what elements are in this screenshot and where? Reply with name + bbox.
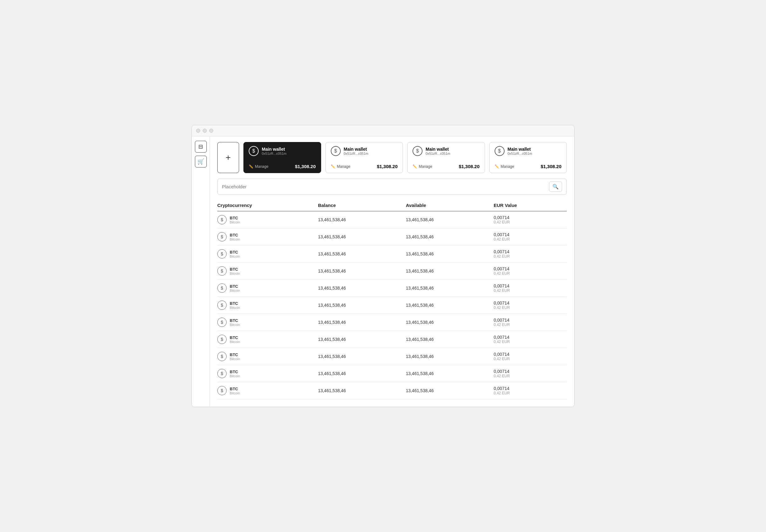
wallet-addr-0: 0x51zR...c051m [262,152,286,155]
col-header-balance: Balance [315,200,403,211]
crypto-subname-9: Bitcoin [230,374,240,378]
crypto-cell-9: $ BTC Bitcoin [217,369,312,378]
wallet-card-icon-2: $ [413,146,423,156]
crypto-icon-1: $ [217,232,227,241]
crypto-cell-1: $ BTC Bitcoin [217,232,312,241]
crypto-name-0: BTC [230,216,240,220]
wallet-balance-1: $1,308.20 [377,164,398,169]
td-eur-2: 0,00714 0,42 EUR [491,245,567,263]
crypto-cell-2: $ BTC Bitcoin [217,249,312,259]
crypto-cell-3: $ BTC Bitcoin [217,266,312,276]
wallet-info-3: Main wallet 0x51zR...c051m [508,147,532,155]
wallet-manage-3[interactable]: ✏️ Manage [495,164,514,169]
td-crypto-6: $ BTC Bitcoin [217,314,315,331]
td-available-6: 13,461,538,46 [403,314,491,331]
crypto-info-2: BTC Bitcoin [230,250,240,258]
table-row[interactable]: $ BTC Bitcoin 13,461,538,46 13,461,538,4… [217,365,567,382]
crypto-subname-8: Bitcoin [230,357,240,361]
wallet-addr-3: 0x51zR...c051m [508,152,532,155]
td-eur-4: 0,00714 0,42 EUR [491,280,567,297]
traffic-light-close[interactable] [196,129,200,133]
sidebar-icon-cart[interactable]: 🛒 [195,156,207,167]
wallet-manage-2[interactable]: ✏️ Manage [413,164,432,169]
table-row[interactable]: $ BTC Bitcoin 13,461,538,46 13,461,538,4… [217,348,567,365]
wallet-balance-2: $1,308.20 [459,164,480,169]
wallet-manage-0[interactable]: ✏️ Manage [249,164,268,169]
table-row[interactable]: $ BTC Bitcoin 13,461,538,46 13,461,538,4… [217,263,567,280]
td-crypto-0: $ BTC Bitcoin [217,211,315,228]
traffic-light-fullscreen[interactable] [209,129,213,133]
table-row[interactable]: $ BTC Bitcoin 13,461,538,46 13,461,538,4… [217,382,567,399]
search-input[interactable] [222,184,546,189]
wallet-card-icon-0: $ [249,146,259,156]
eur-main-0: 0,00714 [494,215,564,220]
eur-sub-2: 0,42 EUR [494,254,564,259]
table-row[interactable]: $ BTC Bitcoin 13,461,538,46 13,461,538,4… [217,331,567,348]
wallet-icon-glyph: ⊟ [198,143,203,150]
td-available-3: 13,461,538,46 [403,263,491,280]
pencil-icon-2: ✏️ [413,164,417,169]
td-available-2: 13,461,538,46 [403,245,491,263]
eur-main-3: 0,00714 [494,266,564,271]
table-row[interactable]: $ BTC Bitcoin 13,461,538,46 13,461,538,4… [217,245,567,263]
td-eur-10: 0,00714 0,42 EUR [491,382,567,399]
table-row[interactable]: $ BTC Bitcoin 13,461,538,46 13,461,538,4… [217,314,567,331]
wallet-card-bottom-0: ✏️ Manage $1,308.20 [249,164,316,169]
crypto-icon-2: $ [217,249,227,259]
td-balance-3: 13,461,538,46 [315,263,403,280]
crypto-subname-0: Bitcoin [230,220,240,224]
wallet-balance-0: $1,308.20 [295,164,316,169]
wallet-card-top-3: $ Main wallet 0x51zR...c051m [495,146,562,156]
td-eur-0: 0,00714 0,42 EUR [491,211,567,228]
manage-label-3: Manage [501,164,514,169]
td-crypto-3: $ BTC Bitcoin [217,263,315,280]
eur-main-5: 0,00714 [494,300,564,305]
crypto-subname-6: Bitcoin [230,323,240,327]
crypto-info-0: BTC Bitcoin [230,216,240,224]
crypto-subname-1: Bitcoin [230,237,240,241]
crypto-info-9: BTC Bitcoin [230,369,240,378]
crypto-subname-7: Bitcoin [230,340,240,344]
add-wallet-button[interactable]: + [217,142,239,173]
col-header-eur-value: EUR Value [491,200,567,211]
search-button[interactable]: 🔍 [549,181,562,192]
td-balance-2: 13,461,538,46 [315,245,403,263]
wallet-card-1[interactable]: $ Main wallet 0x51zR...c051m ✏️ Manage $… [325,142,403,173]
table-row[interactable]: $ BTC Bitcoin 13,461,538,46 13,461,538,4… [217,228,567,245]
traffic-light-minimize[interactable] [203,129,207,133]
table-container: Cryptocurrency Balance Available EUR Val… [217,200,567,399]
main-content: + $ Main wallet 0x51zR...c051m ✏️ Manage [210,136,574,407]
sidebar-icon-wallet[interactable]: ⊟ [195,141,207,153]
wallet-card-top-1: $ Main wallet 0x51zR...c051m [331,146,398,156]
td-balance-6: 13,461,538,46 [315,314,403,331]
td-available-10: 13,461,538,46 [403,382,491,399]
wallet-card-icon-1: $ [331,146,341,156]
td-balance-1: 13,461,538,46 [315,228,403,245]
table-row[interactable]: $ BTC Bitcoin 13,461,538,46 13,461,538,4… [217,280,567,297]
crypto-info-10: BTC Bitcoin [230,387,240,395]
td-crypto-2: $ BTC Bitcoin [217,245,315,263]
td-crypto-8: $ BTC Bitcoin [217,348,315,365]
window-body: ⊟ 🛒 + $ Main wallet 0x51zR...c051m [192,136,574,407]
wallet-info-0: Main wallet 0x51zR...c051m [262,147,286,155]
table-row[interactable]: $ BTC Bitcoin 13,461,538,46 13,461,538,4… [217,297,567,314]
wallet-manage-1[interactable]: ✏️ Manage [331,164,350,169]
wallet-addr-2: 0x51zR...c051m [426,152,450,155]
wallet-card-icon-3: $ [495,146,505,156]
td-available-0: 13,461,538,46 [403,211,491,228]
td-eur-6: 0,00714 0,42 EUR [491,314,567,331]
wallet-card-3[interactable]: $ Main wallet 0x51zR...c051m ✏️ Manage $… [489,142,567,173]
wallet-card-2[interactable]: $ Main wallet 0x51zR...c051m ✏️ Manage $… [407,142,485,173]
td-eur-1: 0,00714 0,42 EUR [491,228,567,245]
wallet-name-2: Main wallet [426,147,450,152]
eur-sub-1: 0,42 EUR [494,237,564,241]
td-eur-8: 0,00714 0,42 EUR [491,348,567,365]
td-eur-5: 0,00714 0,42 EUR [491,297,567,314]
wallet-balance-3: $1,308.20 [541,164,562,169]
table-row[interactable]: $ BTC Bitcoin 13,461,538,46 13,461,538,4… [217,211,567,228]
manage-label-2: Manage [419,164,432,169]
wallet-card-0[interactable]: $ Main wallet 0x51zR...c051m ✏️ Manage $… [243,142,321,173]
eur-main-1: 0,00714 [494,232,564,237]
td-crypto-1: $ BTC Bitcoin [217,228,315,245]
crypto-cell-6: $ BTC Bitcoin [217,318,312,327]
